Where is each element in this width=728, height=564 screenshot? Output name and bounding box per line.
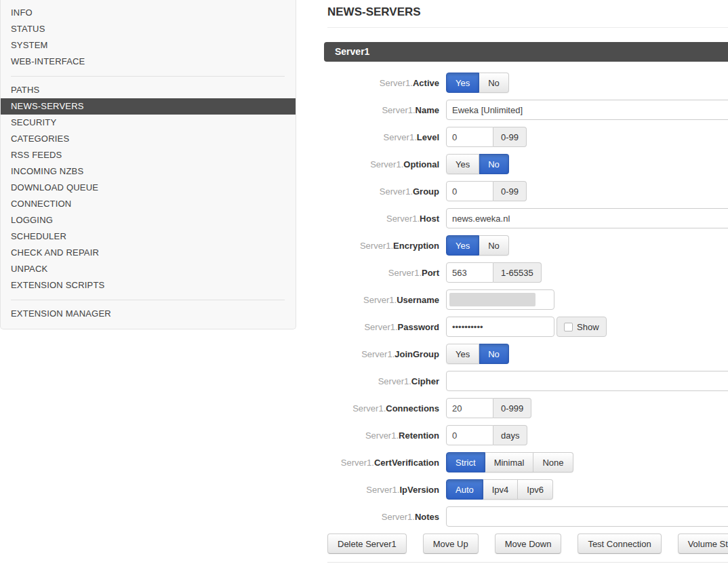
ipversion-option-ipv4[interactable]: Ipv4	[483, 479, 519, 500]
optional-option-no[interactable]: No	[479, 154, 509, 174]
host-input[interactable]	[446, 208, 728, 228]
option-label-host: Server1.Host	[0, 214, 439, 224]
form-row-username: Server1.Username	[0, 286, 728, 313]
ipversion-option-ipv6[interactable]: Ipv6	[518, 479, 553, 500]
form-row-cipher: Server1.Cipher	[0, 367, 728, 395]
label-name: Port	[422, 268, 439, 278]
server-actions: Delete Server1Move UpMove DownTest Conne…	[327, 533, 728, 554]
delete-server1-button[interactable]: Delete Server1	[327, 533, 407, 554]
option-label-connections: Server1.Connections	[0, 403, 439, 414]
option-label-name: Server1.Name	[0, 105, 439, 115]
label-name: Retention	[399, 430, 439, 441]
active-option-no[interactable]: No	[479, 73, 509, 93]
sidebar-item-system[interactable]: SYSTEM	[1, 37, 296, 54]
title-divider	[327, 27, 728, 28]
sidebar-item-status[interactable]: STATUS	[1, 21, 296, 37]
label-name: Level	[417, 132, 439, 142]
label-name: Connections	[386, 403, 439, 414]
option-label-ipversion: Server1.IpVersion	[0, 485, 439, 495]
option-label-active: Server1.Active	[0, 78, 439, 88]
server1-form: Server1.ActiveYesNoServer1.NameServer1.L…	[0, 69, 728, 530]
form-row-joingroup: Server1.JoinGroupYesNo	[0, 340, 728, 367]
form-row-retention: Server1.Retentiondays	[0, 422, 728, 449]
show-password-label: Show	[577, 322, 599, 332]
label-prefix: Server1.	[380, 186, 413, 197]
option-label-encryption: Server1.Encryption	[0, 241, 439, 251]
label-prefix: Server1.	[382, 512, 415, 522]
group-input[interactable]	[446, 181, 493, 201]
optional-option-yes[interactable]: Yes	[446, 154, 479, 174]
label-prefix: Server1.	[361, 349, 395, 359]
retention-range-addon: days	[493, 425, 527, 445]
move-up-button[interactable]: Move Up	[423, 533, 479, 554]
label-prefix: Server1.	[365, 430, 399, 441]
option-label-group: Server1.Group	[0, 186, 439, 197]
joingroup-option-yes[interactable]: Yes	[446, 344, 479, 364]
label-prefix: Server1.	[352, 403, 386, 414]
footer-divider	[327, 562, 728, 563]
form-row-port: Server1.Port1-65535	[0, 259, 728, 286]
ipversion-option-auto[interactable]: Auto	[446, 479, 483, 500]
option-label-port: Server1.Port	[0, 268, 439, 278]
password-input[interactable]	[446, 317, 554, 337]
encryption-option-yes[interactable]: Yes	[446, 235, 479, 256]
optional-toggle-group: YesNo	[446, 154, 509, 174]
level-input[interactable]	[446, 127, 493, 147]
encryption-option-no[interactable]: No	[479, 235, 509, 256]
option-label-retention: Server1.Retention	[0, 430, 439, 441]
option-label-notes: Server1.Notes	[0, 512, 439, 522]
label-prefix: Server1.	[364, 322, 397, 332]
joingroup-option-no[interactable]: No	[479, 344, 509, 364]
label-prefix: Server1.	[386, 214, 420, 224]
label-name: Host	[420, 214, 439, 224]
label-name: Username	[397, 295, 439, 305]
username-input[interactable]	[446, 289, 554, 310]
volume-statistics-button[interactable]: Volume Statistics	[678, 533, 728, 554]
label-name: Active	[413, 78, 439, 88]
form-row-certverification: Server1.CertVerificationStrictMinimalNon…	[0, 449, 728, 476]
active-option-yes[interactable]: Yes	[446, 73, 479, 93]
label-name: Notes	[415, 512, 439, 522]
label-prefix: Server1.	[370, 159, 403, 169]
show-password-addon: Show	[557, 317, 607, 337]
certverification-option-strict[interactable]: Strict	[446, 452, 485, 472]
label-prefix: Server1.	[366, 485, 399, 495]
sidebar-item-info[interactable]: INFO	[1, 5, 296, 21]
label-prefix: Server1.	[384, 132, 417, 142]
test-connection-button[interactable]: Test Connection	[578, 533, 661, 554]
cipher-input[interactable]	[446, 371, 728, 391]
section-header-server1: Server1	[324, 42, 728, 62]
option-label-optional: Server1.Optional	[0, 159, 439, 169]
encryption-toggle-group: YesNo	[446, 235, 509, 256]
form-row-active: Server1.ActiveYesNo	[0, 69, 728, 96]
option-label-password: Server1.Password	[0, 322, 439, 332]
certverification-option-none[interactable]: None	[533, 452, 573, 472]
show-password-checkbox[interactable]	[564, 323, 573, 331]
label-prefix: Server1.	[382, 105, 415, 115]
certverification-option-minimal[interactable]: Minimal	[485, 452, 534, 472]
active-toggle-group: YesNo	[446, 73, 509, 93]
form-row-password: Server1.PasswordShow	[0, 313, 728, 340]
option-label-cipher: Server1.Cipher	[0, 376, 439, 386]
label-name: Name	[416, 105, 439, 115]
label-name: Optional	[403, 159, 439, 169]
form-row-host: Server1.Host	[0, 205, 728, 232]
connections-range-addon: 0-999	[493, 398, 531, 418]
joingroup-toggle-group: YesNo	[446, 344, 509, 364]
group-range-addon: 0-99	[493, 181, 527, 201]
form-row-notes: Server1.Notes	[0, 503, 728, 530]
notes-input[interactable]	[446, 506, 728, 527]
port-input[interactable]	[446, 262, 493, 283]
move-down-button[interactable]: Move Down	[495, 533, 562, 554]
sidebar-item-web-interface[interactable]: WEB-INTERFACE	[1, 54, 296, 70]
form-row-optional: Server1.OptionalYesNo	[0, 150, 728, 178]
ipversion-toggle-group: AutoIpv4Ipv6	[446, 479, 553, 500]
label-prefix: Server1.	[378, 376, 411, 386]
name-input[interactable]	[446, 100, 728, 120]
label-prefix: Server1.	[388, 268, 422, 278]
connections-input[interactable]	[446, 398, 493, 418]
retention-input[interactable]	[446, 425, 493, 445]
label-prefix: Server1.	[360, 241, 393, 251]
option-label-joingroup: Server1.JoinGroup	[0, 349, 439, 359]
label-prefix: Server1.	[341, 458, 374, 468]
